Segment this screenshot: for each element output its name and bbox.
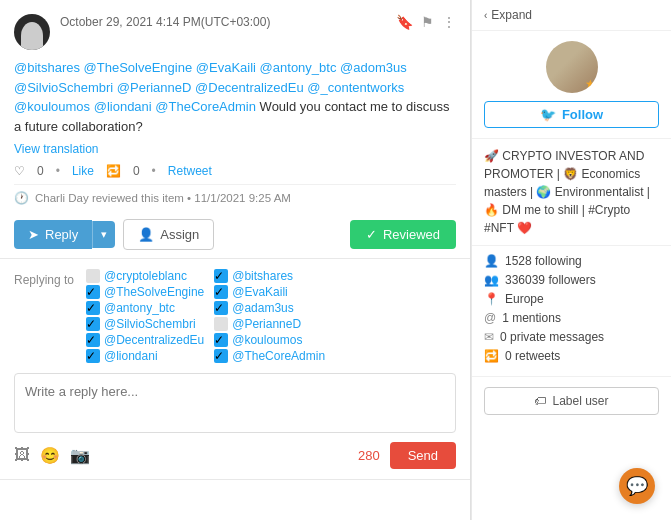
twitter-bird-icon: 🐦 bbox=[540, 107, 556, 122]
tweet-content: @bitshares @TheSolveEngine @EvaKaili @an… bbox=[14, 58, 456, 136]
follow-label: Follow bbox=[562, 107, 603, 122]
reply-btn-group: ➤ Reply ▾ bbox=[14, 220, 115, 249]
tag-label: @TheCoreAdmin bbox=[232, 349, 325, 363]
send-button[interactable]: Send bbox=[390, 442, 456, 469]
mention: @SilvioSchembri bbox=[14, 80, 113, 95]
tag-row: ✓ @liondani bbox=[86, 349, 204, 363]
tag-row: ✓ @SilvioSchembri bbox=[86, 317, 204, 331]
flag-icon[interactable]: ⚑ bbox=[421, 14, 434, 30]
profile-section: ★ 🐦 Follow bbox=[472, 31, 671, 139]
tweet-area: October 29, 2021 4:14 PM(UTC+03:00) 🔖 ⚑ … bbox=[0, 0, 470, 259]
tag-label: @kouloumos bbox=[232, 333, 302, 347]
stats-section: 👤 1528 following 👥 336039 followers 📍 Eu… bbox=[472, 246, 671, 377]
tag-checkbox-periannedc[interactable] bbox=[214, 317, 228, 331]
mentions-icon: @ bbox=[484, 311, 496, 325]
tag-label: @DecentralizedEu bbox=[104, 333, 204, 347]
reply-button[interactable]: ➤ Reply bbox=[14, 220, 92, 249]
tag-row: ✓ @antony_btc bbox=[86, 301, 204, 315]
mention: @kouloumos bbox=[14, 99, 90, 114]
tag-checkbox-liondani[interactable]: ✓ bbox=[86, 349, 100, 363]
mentions-count: 1 mentions bbox=[502, 311, 561, 325]
write-reply-area: 🖼 😊 📷 280 Send bbox=[14, 373, 456, 469]
retweet-stat-icon: 🔁 bbox=[484, 349, 499, 363]
retweets-stat: 🔁 0 retweets bbox=[484, 349, 659, 363]
reply-compose: Replying to @cryptoleblanc ✓ @bitshares … bbox=[0, 259, 470, 480]
chevron-left-icon: ‹ bbox=[484, 10, 487, 21]
tag-label: @bitshares bbox=[232, 269, 293, 283]
assign-button[interactable]: 👤 Assign bbox=[123, 219, 214, 250]
mention: @adom3us bbox=[340, 60, 407, 75]
more-icon[interactable]: ⋮ bbox=[442, 14, 456, 30]
like-button[interactable]: Like bbox=[72, 164, 94, 178]
expand-bar[interactable]: ‹ Expand bbox=[472, 0, 671, 31]
retweet-count: 0 bbox=[133, 164, 140, 178]
expand-label: Expand bbox=[491, 8, 532, 22]
action-bar: ➤ Reply ▾ 👤 Assign ✓ Reviewed bbox=[14, 219, 456, 250]
followers-icon: 👥 bbox=[484, 273, 499, 287]
follow-button[interactable]: 🐦 Follow bbox=[484, 101, 659, 128]
following-icon: 👤 bbox=[484, 254, 499, 268]
private-messages-stat: ✉ 0 private messages bbox=[484, 330, 659, 344]
bio-section: 🚀 CRYPTO INVESTOR AND PROMOTER | 🦁 Econo… bbox=[472, 139, 671, 246]
char-count: 280 bbox=[358, 448, 380, 463]
tag-checkbox-silvioschembri[interactable]: ✓ bbox=[86, 317, 100, 331]
retweet-button[interactable]: Retweet bbox=[168, 164, 212, 178]
bio-text: 🚀 CRYPTO INVESTOR AND PROMOTER | 🦁 Econo… bbox=[484, 149, 650, 235]
clock-icon: 🕐 bbox=[14, 191, 29, 205]
emoji-icon[interactable]: 😊 bbox=[40, 446, 60, 465]
tag-label: @TheSolveEngine bbox=[104, 285, 204, 299]
image-icon[interactable]: 🖼 bbox=[14, 446, 30, 465]
reviewer-info: 🕐 Charli Day reviewed this item • 11/1/2… bbox=[14, 184, 456, 211]
tag-row: ✓ @EvaKaili bbox=[214, 285, 332, 299]
mention: @bitshares bbox=[14, 60, 80, 75]
tag-row: @PerianneD bbox=[214, 317, 332, 331]
tag-checkbox-cryptoleblanc[interactable] bbox=[86, 269, 100, 283]
tweet-header: October 29, 2021 4:14 PM(UTC+03:00) 🔖 ⚑ … bbox=[14, 14, 456, 50]
tag-row: ✓ @bitshares bbox=[214, 269, 332, 283]
reply-footer: 280 Send bbox=[358, 442, 456, 469]
bookmark-icon[interactable]: 🔖 bbox=[396, 14, 413, 30]
chat-bubble[interactable]: 💬 bbox=[619, 468, 655, 504]
tag-label: @antony_btc bbox=[104, 301, 175, 315]
tag-label: @EvaKaili bbox=[232, 285, 288, 299]
tag-label: @PerianneD bbox=[232, 317, 301, 331]
tag-label: @cryptoleblanc bbox=[104, 269, 187, 283]
mention: @TheSolveEngine bbox=[84, 60, 193, 75]
tag-checkbox-bitshares[interactable]: ✓ bbox=[214, 269, 228, 283]
private-messages-count: 0 private messages bbox=[500, 330, 604, 344]
mention: @DecentralizedEu bbox=[195, 80, 304, 95]
tag-checkbox-antony-btc[interactable]: ✓ bbox=[86, 301, 100, 315]
profile-avatar: ★ bbox=[546, 41, 598, 93]
left-panel: October 29, 2021 4:14 PM(UTC+03:00) 🔖 ⚑ … bbox=[0, 0, 471, 520]
mention: @_contentworks bbox=[307, 80, 404, 95]
tag-row: ✓ @DecentralizedEu bbox=[86, 333, 204, 347]
mentions-stat: @ 1 mentions bbox=[484, 311, 659, 325]
tag-checkbox-thesolveengine[interactable]: ✓ bbox=[86, 285, 100, 299]
replying-section: Replying to @cryptoleblanc ✓ @bitshares … bbox=[14, 269, 456, 363]
gif-icon[interactable]: 📷 bbox=[70, 446, 90, 465]
mention: @EvaKaili bbox=[196, 60, 256, 75]
reply-dropdown-button[interactable]: ▾ bbox=[92, 221, 115, 248]
view-translation-link[interactable]: View translation bbox=[14, 142, 456, 156]
followers-stat: 👥 336039 followers bbox=[484, 273, 659, 287]
tag-checkbox-decentralizedeu[interactable]: ✓ bbox=[86, 333, 100, 347]
check-icon: ✓ bbox=[366, 227, 377, 242]
reviewed-button[interactable]: ✓ Reviewed bbox=[350, 220, 456, 249]
tag-label: @adam3us bbox=[232, 301, 294, 315]
following-stat: 👤 1528 following bbox=[484, 254, 659, 268]
mention: @PerianneD bbox=[117, 80, 192, 95]
tag-label: @SilvioSchembri bbox=[104, 317, 196, 331]
label-user-button[interactable]: 🏷 Label user bbox=[484, 387, 659, 415]
label-user-section: 🏷 Label user bbox=[472, 377, 671, 425]
tag-checkbox-kouloumos[interactable]: ✓ bbox=[214, 333, 228, 347]
tweet-meta: October 29, 2021 4:14 PM(UTC+03:00) bbox=[60, 14, 396, 29]
tag-checkbox-evakaili[interactable]: ✓ bbox=[214, 285, 228, 299]
reply-toolbar: 🖼 😊 📷 280 Send bbox=[14, 436, 456, 469]
tag-checkbox-thecooreadmin[interactable]: ✓ bbox=[214, 349, 228, 363]
chat-icon: 💬 bbox=[626, 475, 648, 497]
heart-icon: ♡ bbox=[14, 164, 25, 178]
tweet-icons: 🔖 ⚑ ⋮ bbox=[396, 14, 456, 30]
reply-textarea[interactable] bbox=[14, 373, 456, 433]
tag-checkbox-adam3us[interactable]: ✓ bbox=[214, 301, 228, 315]
mention: @TheCoreAdmin bbox=[155, 99, 256, 114]
